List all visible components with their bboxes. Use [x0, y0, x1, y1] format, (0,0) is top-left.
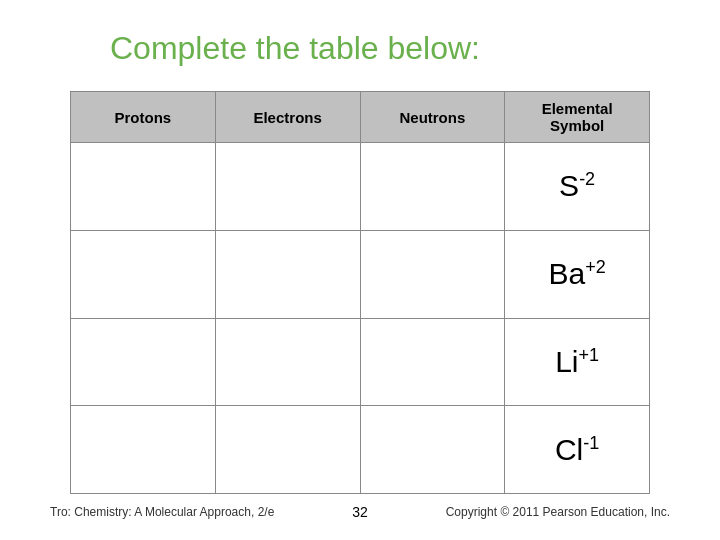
cell-electrons-1[interactable]: [215, 143, 360, 231]
footer-right: Copyright © 2011 Pearson Education, Inc.: [446, 505, 670, 519]
col-header-electrons: Electrons: [215, 92, 360, 143]
footer-left: Tro: Chemistry: A Molecular Approach, 2/…: [50, 505, 274, 519]
cell-neutrons-1[interactable]: [360, 143, 505, 231]
cell-symbol-1: S-2: [505, 143, 650, 231]
table-wrapper: Protons Electrons Neutrons ElementalSymb…: [50, 91, 670, 494]
cell-electrons-4[interactable]: [215, 406, 360, 494]
cell-protons-2[interactable]: [71, 230, 216, 318]
cell-symbol-3: Li+1: [505, 318, 650, 406]
cell-protons-3[interactable]: [71, 318, 216, 406]
cell-symbol-4: Cl-1: [505, 406, 650, 494]
cell-protons-1[interactable]: [71, 143, 216, 231]
cell-symbol-2: Ba+2: [505, 230, 650, 318]
col-header-protons: Protons: [71, 92, 216, 143]
table-row: Cl-1: [71, 406, 650, 494]
table-header-row: Protons Electrons Neutrons ElementalSymb…: [71, 92, 650, 143]
col-header-symbol: ElementalSymbol: [505, 92, 650, 143]
cell-electrons-3[interactable]: [215, 318, 360, 406]
cell-neutrons-2[interactable]: [360, 230, 505, 318]
col-header-neutrons: Neutrons: [360, 92, 505, 143]
periodic-table: Protons Electrons Neutrons ElementalSymb…: [70, 91, 650, 494]
cell-protons-4[interactable]: [71, 406, 216, 494]
footer-center: 32: [352, 504, 368, 520]
cell-neutrons-4[interactable]: [360, 406, 505, 494]
page: Complete the table below: Protons Electr…: [0, 0, 720, 540]
table-row: Ba+2: [71, 230, 650, 318]
footer: Tro: Chemistry: A Molecular Approach, 2/…: [50, 504, 670, 520]
table-row: Li+1: [71, 318, 650, 406]
page-title: Complete the table below:: [110, 30, 670, 67]
table-row: S-2: [71, 143, 650, 231]
cell-electrons-2[interactable]: [215, 230, 360, 318]
cell-neutrons-3[interactable]: [360, 318, 505, 406]
